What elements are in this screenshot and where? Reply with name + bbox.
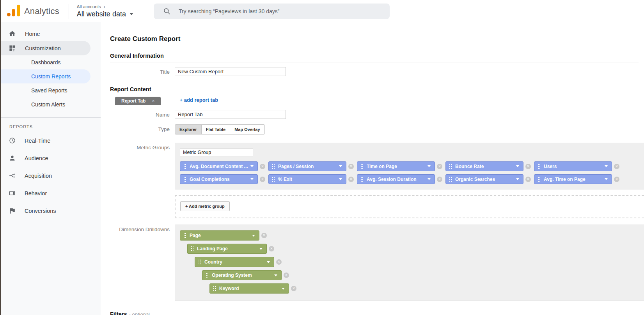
remove-icon[interactable] [276,259,282,265]
chevron-right-icon: › [104,4,105,9]
sidebar-item-conversions[interactable]: Conversions [0,202,101,219]
drag-handle-icon[interactable] [538,177,539,178]
chevron-down-icon[interactable] [250,178,254,180]
dimension-row: Country [195,257,644,267]
metric-chip-label: Goal Completions [190,177,250,182]
drag-handle-icon[interactable] [206,273,207,274]
drag-handle-icon[interactable] [272,177,273,178]
drag-handle-icon[interactable] [184,233,185,234]
sidebar-item-custom-reports[interactable]: Custom Reports [0,69,90,83]
type-explorer-button[interactable]: Explorer [175,124,202,134]
dimension-chip[interactable]: Country [195,257,274,267]
remove-icon[interactable] [260,164,265,169]
sidebar-item-acquisition[interactable]: Acquisition [0,167,101,184]
search-input[interactable] [179,8,383,14]
search-bar[interactable] [154,4,390,19]
dimension-chip[interactable]: Landing Page [187,244,267,254]
drag-handle-icon[interactable] [449,177,450,178]
metric-chip[interactable]: Avg. Time on Page [534,174,612,184]
metric-chip[interactable]: Avg. Session Duration [357,174,435,184]
dimension-chip[interactable]: Page [180,230,259,241]
add-metric-group-panel: + Add metric group [175,195,644,218]
account-name-label: All website data [77,10,126,18]
chevron-down-icon[interactable] [267,261,270,263]
dimension-chip[interactable]: Operating System [202,270,282,280]
metric-chip[interactable]: % Exit [268,174,346,184]
drag-handle-icon[interactable] [213,286,214,287]
drag-handle-icon[interactable] [538,164,539,165]
name-label: Name [110,110,170,118]
sidebar-item-home[interactable]: Home [0,27,101,41]
drag-handle-icon[interactable] [272,164,273,165]
drag-handle-icon[interactable] [184,164,185,165]
account-switcher[interactable]: All accounts › All website data [77,4,133,18]
analytics-logo-icon[interactable] [7,5,20,18]
remove-icon[interactable] [261,233,267,238]
metric-chip[interactable]: Users [534,161,612,171]
sidebar-item-saved-reports[interactable]: Saved Reports [0,83,101,97]
metric-chip[interactable]: Goal Completions [180,174,258,184]
sidebar-item-label: Acquisition [25,173,52,179]
remove-icon[interactable] [348,164,354,169]
chevron-down-icon[interactable] [605,165,608,167]
drag-handle-icon[interactable] [191,246,192,247]
dimension-chip[interactable]: Keyword [209,283,289,294]
type-map-overlay-button[interactable]: Map Overlay [230,124,264,134]
breadcrumb[interactable]: All accounts › [77,4,133,9]
remove-icon[interactable] [348,177,354,182]
metric-chip[interactable]: Pages / Session [268,161,346,171]
metric-chip[interactable]: Time on Page [357,161,435,171]
sidebar-item-custom-alerts[interactable]: Custom Alerts [0,97,101,111]
type-flat-table-button[interactable]: Flat Table [201,124,231,134]
chevron-down-icon[interactable] [282,288,285,290]
remove-icon[interactable] [437,177,442,182]
metric-row-1: Avg. Document Content ... Pages / Sessio… [180,161,644,171]
remove-icon[interactable] [291,286,296,291]
tab-name-input[interactable] [175,110,286,119]
chevron-down-icon[interactable] [339,165,342,167]
report-title-input[interactable] [175,67,286,76]
add-metric-group-button[interactable]: + Add metric group [180,201,230,211]
remove-icon[interactable] [614,177,619,182]
chevron-down-icon[interactable] [250,165,254,167]
add-report-tab-link[interactable]: + add report tab [179,97,218,105]
sidebar-item-dashboards[interactable]: Dashboards [0,55,101,69]
chevron-down-icon[interactable] [516,165,519,167]
chevron-down-icon[interactable] [516,178,519,180]
remove-icon[interactable] [525,177,531,182]
report-tab[interactable]: Report Tab [115,97,161,105]
chevron-down-icon[interactable] [252,235,255,237]
close-icon[interactable] [152,98,154,104]
remove-icon[interactable] [525,164,531,169]
chevron-down-icon[interactable] [130,13,133,15]
chevron-down-icon[interactable] [274,274,277,276]
remove-icon[interactable] [284,273,289,278]
chevron-down-icon[interactable] [428,165,431,167]
chevron-down-icon[interactable] [428,178,431,180]
chevron-down-icon[interactable] [339,178,342,180]
remove-icon[interactable] [260,177,265,182]
drag-handle-icon[interactable] [184,177,185,178]
remove-icon[interactable] [614,164,619,169]
sidebar-item-audience[interactable]: Audience [0,149,101,167]
drag-handle-icon[interactable] [361,177,362,178]
filters-heading-label: Filters [110,311,127,315]
chevron-down-icon[interactable] [259,248,263,250]
metric-group-name-input[interactable] [180,148,253,156]
drag-handle-icon[interactable] [199,260,199,260]
remove-icon[interactable] [269,246,274,251]
sidebar-item-behavior[interactable]: Behavior [0,184,101,202]
sidebar-item-real-time[interactable]: Real-Time [0,132,101,149]
drag-handle-icon[interactable] [361,164,362,165]
search-icon [163,7,171,15]
sidebar-item-customization[interactable]: Customization [0,41,90,55]
title-label: Title [110,67,170,75]
metric-chip[interactable]: Organic Searches [445,174,523,184]
remove-icon[interactable] [437,164,442,169]
chevron-down-icon[interactable] [605,178,608,180]
drag-handle-icon[interactable] [449,164,450,165]
metric-chip[interactable]: Avg. Document Content ... [180,161,258,171]
sidebar-subitem-label: Custom Reports [31,73,71,80]
dimension-chip-label: Keyword [219,286,282,291]
metric-chip[interactable]: Bounce Rate [445,161,523,171]
